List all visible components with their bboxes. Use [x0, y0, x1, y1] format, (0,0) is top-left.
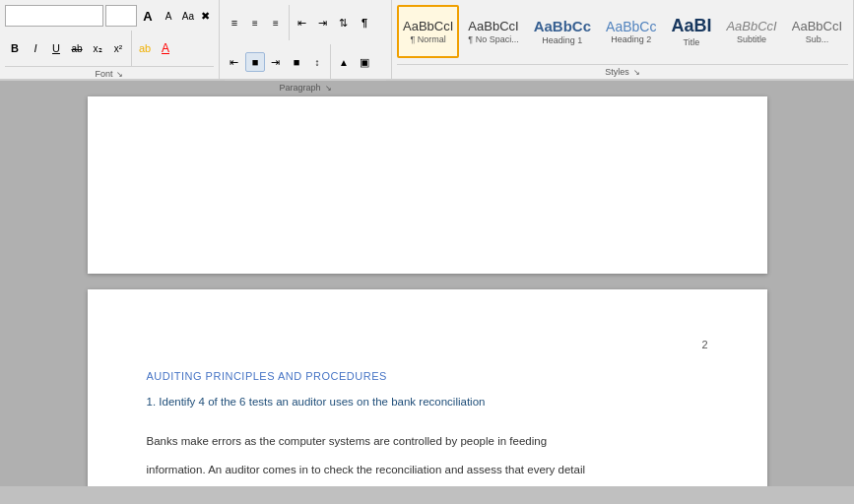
decrease-indent-button[interactable]: ⇤	[293, 13, 312, 32]
styles-section-label: Styles ↘	[397, 64, 848, 77]
styles-controls: AaBbCcI ¶ Normal AaBbCcI ¶ No Spaci... A…	[397, 3, 848, 64]
font-pane: Calibri 12 A A Aa ✖ B I U ab x₂ x² ab A	[0, 0, 220, 79]
font-color-button[interactable]: A	[156, 38, 175, 58]
multilevel-button[interactable]: ≡	[266, 13, 286, 32]
paragraph-expand-icon[interactable]: ↘	[325, 84, 332, 93]
style-heading1[interactable]: AaBbCc Heading 1	[528, 5, 597, 58]
ribbon: Calibri 12 A A Aa ✖ B I U ab x₂ x² ab A	[0, 0, 854, 81]
style-normal[interactable]: AaBbCcI ¶ Normal	[397, 5, 459, 58]
paragraph-section-label: Paragraph ↘	[225, 80, 386, 93]
page-2: 2 AUDITING PRINCIPLES AND PROCEDURES 1. …	[88, 289, 767, 486]
page-1	[88, 96, 767, 274]
style-sub[interactable]: AaBbCcI Sub...	[786, 5, 848, 58]
style-heading2[interactable]: AaBbCc Heading 2	[600, 5, 662, 58]
font-section-label: Font ↘	[5, 66, 214, 79]
document-question: 1. Identify 4 of the 6 tests an auditor …	[147, 396, 708, 408]
shrink-font-button[interactable]: A	[159, 6, 178, 26]
align-left-button[interactable]: ⇤	[225, 52, 244, 72]
bullets-button[interactable]: ≡	[225, 13, 244, 32]
justify-button[interactable]: ■	[287, 52, 306, 72]
styles-pane: AaBbCcI ¶ Normal AaBbCcI ¶ No Spaci... A…	[392, 0, 854, 79]
document-heading: AUDITING PRINCIPLES AND PROCEDURES	[147, 370, 708, 382]
highlight-button[interactable]: ab	[135, 38, 155, 58]
clear-format-button[interactable]: ✖	[198, 6, 214, 26]
shading-button[interactable]: ▲	[334, 52, 354, 72]
align-center-button[interactable]: ■	[245, 52, 265, 72]
bold-button[interactable]: B	[5, 38, 25, 58]
style-subtitle[interactable]: AaBbCcI Subtitle	[720, 5, 782, 58]
subscript-button[interactable]: x₂	[88, 38, 107, 58]
document-paragraph-1: Banks make errors as the computer system…	[147, 431, 708, 452]
borders-button[interactable]: ▣	[355, 52, 374, 72]
underline-button[interactable]: U	[46, 38, 66, 58]
style-no-spacing[interactable]: AaBbCcI ¶ No Spaci...	[462, 5, 524, 58]
styles-expand-icon[interactable]: ↘	[633, 68, 640, 77]
italic-button[interactable]: I	[26, 38, 45, 58]
increase-indent-button[interactable]: ⇥	[313, 13, 333, 32]
grow-font-button[interactable]: A	[138, 6, 158, 26]
style-title[interactable]: AaBI Title	[665, 5, 717, 58]
font-controls: Calibri 12 A A Aa ✖ B I U ab x₂ x² ab A	[5, 3, 214, 66]
numbering-button[interactable]: ≡	[245, 13, 265, 32]
font-name-input[interactable]: Calibri	[5, 5, 103, 27]
superscript-button[interactable]: x²	[108, 38, 128, 58]
case-button[interactable]: Aa	[180, 6, 196, 26]
paragraph-controls: ≡ ≡ ≡ ⇤ ⇥ ⇅ ¶ ⇤ ■ ⇥ ■ ↕ ▲ ▣	[225, 3, 386, 80]
page-number: 2	[147, 339, 708, 350]
line-spacing-button[interactable]: ↕	[307, 52, 327, 72]
document-area: 2 AUDITING PRINCIPLES AND PROCEDURES 1. …	[0, 81, 854, 486]
show-paragraph-button[interactable]: ¶	[355, 13, 374, 32]
strikethrough-button[interactable]: ab	[67, 38, 87, 58]
paragraph-pane: ≡ ≡ ≡ ⇤ ⇥ ⇅ ¶ ⇤ ■ ⇥ ■ ↕ ▲ ▣ Paragraph	[220, 0, 392, 79]
sort-button[interactable]: ⇅	[334, 13, 354, 32]
align-right-button[interactable]: ⇥	[266, 52, 286, 72]
font-size-input[interactable]: 12	[105, 5, 137, 27]
document-paragraph-2: information. An auditor comes in to chec…	[147, 460, 708, 480]
font-expand-icon[interactable]: ↘	[116, 70, 123, 79]
